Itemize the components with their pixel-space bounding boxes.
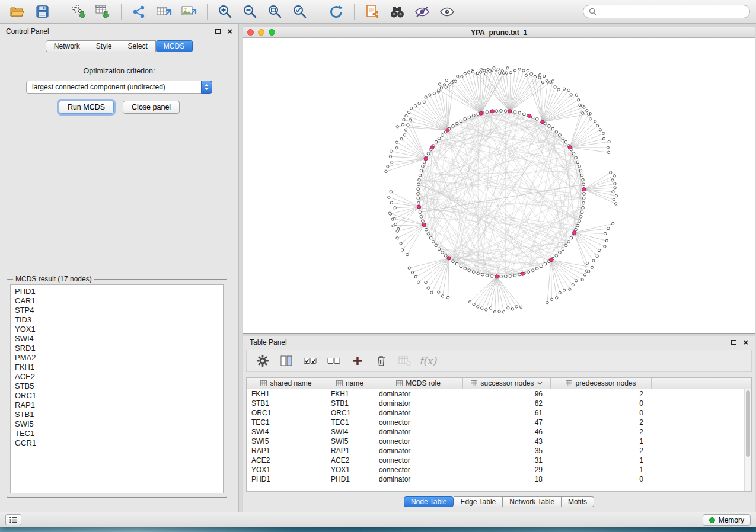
tab-network[interactable]: Network	[46, 40, 88, 52]
zoom-fit-button[interactable]	[264, 3, 286, 21]
table-cell-filler	[652, 465, 744, 475]
toolbar-separator	[318, 4, 318, 20]
delete-column-button[interactable]	[370, 352, 392, 370]
import-network-button[interactable]	[67, 3, 90, 21]
window-minimize-icon[interactable]	[258, 29, 264, 36]
zoom-in-button[interactable]	[214, 3, 237, 21]
tab-mcds[interactable]: MCDS	[156, 40, 193, 52]
tab-style[interactable]: Style	[88, 40, 120, 52]
zoom-selected-button[interactable]	[289, 3, 311, 21]
column-header-predecessor-nodes[interactable]: predecessor nodes	[551, 378, 652, 389]
mcds-result-item[interactable]: PHD1	[11, 287, 223, 296]
mcds-result-item[interactable]: SWI4	[11, 334, 223, 344]
table-row[interactable]: ACE2ACE2connector311	[247, 456, 751, 465]
table-cell: 1	[551, 465, 652, 475]
zoom-out-button[interactable]	[239, 3, 261, 21]
mcds-result-box: MCDS result (17 nodes) PHD1CAR1STP4TID3Y…	[7, 275, 227, 498]
scrollbar-thumb[interactable]	[746, 390, 750, 457]
select-all-icon	[304, 356, 317, 366]
float-table-panel-icon[interactable]	[731, 340, 736, 345]
table-cell: TEC1	[326, 418, 374, 427]
mcds-result-item[interactable]: PMA2	[11, 353, 223, 363]
table-cell: 31	[463, 456, 551, 465]
table-row[interactable]: SWI4SWI4dominator462	[247, 427, 751, 437]
table-cell: 62	[463, 399, 551, 408]
deselect-all-button[interactable]	[323, 352, 344, 370]
window-maximize-icon[interactable]	[269, 29, 275, 36]
mcds-result-item[interactable]: RAP1	[11, 400, 223, 410]
tab-node-table[interactable]: Node Table	[404, 496, 454, 507]
mcds-result-item[interactable]: STB1	[11, 410, 223, 419]
table-cell: 29	[463, 465, 551, 475]
table-row[interactable]: SWI5SWI5connector431	[247, 437, 751, 446]
network-analyzer-button[interactable]	[411, 3, 433, 21]
window-close-icon[interactable]	[247, 29, 254, 36]
close-panel-button[interactable]: Close panel	[123, 101, 180, 114]
network-canvas[interactable]	[243, 38, 755, 333]
float-panel-icon[interactable]	[215, 29, 221, 34]
export-network-button[interactable]	[128, 3, 151, 21]
mcds-result-item[interactable]: STP4	[11, 306, 223, 315]
memory-button[interactable]: Memory	[703, 514, 751, 526]
mcds-result-item[interactable]: YOX1	[11, 325, 223, 334]
export-table-button[interactable]	[153, 3, 176, 21]
select-all-button[interactable]	[299, 352, 321, 370]
dropdown-stepper-icon	[201, 81, 212, 94]
table-cell: 46	[463, 427, 551, 437]
import-table-button[interactable]	[92, 3, 114, 21]
search-box[interactable]	[583, 5, 750, 18]
table-row[interactable]: FKH1FKH1dominator962	[247, 389, 751, 399]
control-panel-title: Control Panel	[6, 27, 49, 36]
tab-select[interactable]: Select	[120, 40, 156, 52]
mcds-result-list[interactable]: PHD1CAR1STP4TID3YOX1SWI4SRD1PMA2FKH1ACE2…	[10, 284, 224, 493]
export-image-button[interactable]	[178, 3, 200, 21]
table-row[interactable]: RAP1RAP1dominator352	[247, 446, 751, 456]
show-panels-button[interactable]	[5, 514, 21, 525]
save-session-button[interactable]	[31, 3, 53, 21]
mcds-result-title: MCDS result (17 nodes)	[13, 275, 94, 283]
add-column-button[interactable]	[346, 352, 368, 370]
share-document-button[interactable]	[361, 3, 384, 21]
mcds-result-item[interactable]: FKH1	[11, 363, 223, 372]
open-file-button[interactable]	[6, 3, 28, 21]
mcds-result-item[interactable]: ACE2	[11, 372, 223, 382]
close-panel-icon[interactable]: ×	[227, 28, 232, 34]
memory-label: Memory	[719, 516, 744, 524]
column-header-shared-name[interactable]: shared name	[247, 378, 326, 389]
criterion-dropdown[interactable]: largest connected component (undirected)	[26, 81, 212, 94]
mcds-result-item[interactable]: SRD1	[11, 344, 223, 353]
search-input[interactable]	[600, 8, 744, 16]
tab-edge-table[interactable]: Edge Table	[454, 496, 503, 507]
mcds-result-item[interactable]: CAR1	[11, 296, 223, 306]
export-network-icon	[132, 5, 146, 19]
column-header-MCDS-role[interactable]: MCDS role	[374, 378, 463, 389]
table-row[interactable]: YOX1YOX1connector291	[247, 465, 751, 475]
tab-network-table[interactable]: Network Table	[503, 496, 562, 507]
close-table-panel-icon[interactable]: ×	[743, 339, 748, 345]
tab-motifs[interactable]: Motifs	[562, 496, 594, 507]
apply-layout-button[interactable]	[325, 3, 347, 21]
mcds-result-item[interactable]: ORC1	[11, 391, 223, 400]
table-row[interactable]: ORC1ORC1dominator610	[247, 408, 751, 418]
run-mcds-button[interactable]: Run MCDS	[59, 101, 114, 114]
table-cell: TEC1	[247, 418, 326, 427]
column-header-name[interactable]: name	[326, 378, 374, 389]
network-window-titlebar[interactable]: YPA_prune.txt_1	[243, 27, 755, 38]
column-layout-button[interactable]	[275, 352, 297, 370]
network-graph[interactable]	[243, 38, 755, 333]
mcds-result-item[interactable]: TEC1	[11, 429, 223, 438]
mcds-result-item[interactable]: SWI5	[11, 419, 223, 429]
table-scrollbar[interactable]	[744, 389, 751, 491]
mcds-result-item[interactable]: GCR1	[11, 438, 223, 448]
table-row[interactable]: TEC1TEC1connector472	[247, 418, 751, 427]
column-header-successor-nodes[interactable]: successor nodes	[463, 378, 551, 389]
settings-gear-button[interactable]	[251, 352, 273, 370]
mcds-result-item[interactable]: TID3	[11, 315, 223, 325]
table-cell-filler	[652, 389, 744, 399]
table-row[interactable]: PHD1PHD1dominator180	[247, 475, 751, 484]
find-button[interactable]	[386, 3, 409, 21]
show-hide-button[interactable]	[436, 3, 458, 21]
mcds-result-item[interactable]: STB5	[11, 382, 223, 391]
table-cell: connector	[374, 456, 463, 465]
table-row[interactable]: STB1STB1dominator620	[247, 399, 751, 408]
